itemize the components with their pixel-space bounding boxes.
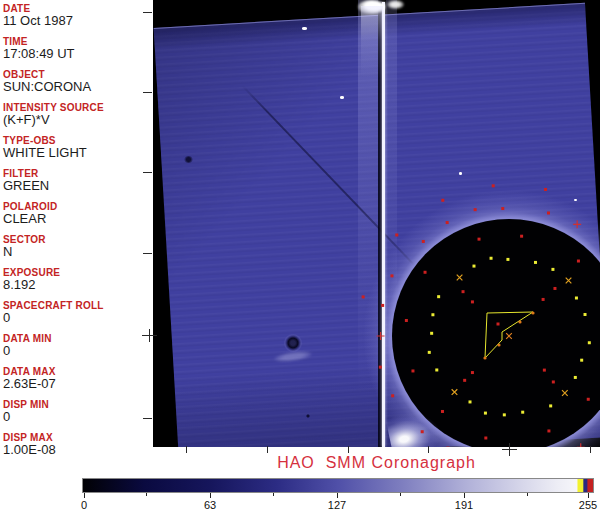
metadata-field: DATA MIN0 (3, 333, 151, 357)
edge-tick (143, 172, 152, 173)
ring-dot (390, 274, 393, 277)
colorbar-tick (588, 493, 589, 498)
edge-tick (267, 446, 268, 453)
outer-dot (441, 199, 444, 202)
ring-x-marker (454, 272, 465, 283)
field-value: 8.192 (3, 278, 151, 291)
field-label: SPACECRAFT ROLL (3, 300, 151, 311)
field-value: 0 (3, 344, 151, 357)
colorbar-tick (84, 493, 85, 498)
spoke-dot (542, 298, 545, 301)
colorbar-minor-tick (273, 493, 274, 496)
edge-plus-fiducial (149, 329, 150, 342)
ring-dot (421, 430, 424, 433)
spoke-dot (471, 300, 474, 303)
ring-dot (474, 208, 477, 211)
edge-tick (428, 446, 429, 453)
ring-x-marker (563, 275, 574, 286)
metadata-field: DISP MAX1.00E-08 (3, 432, 151, 456)
ring-dot (503, 413, 506, 416)
spoke-dot (543, 369, 546, 372)
star-speck (340, 96, 344, 99)
ring-dot (381, 304, 384, 307)
colorbar-label: 0 (81, 499, 87, 511)
spoke-dot (462, 290, 465, 293)
field-value: 1.00E-08 (3, 443, 151, 456)
field-value: SUN:CORONA (3, 80, 151, 93)
field-value: 0 (3, 311, 151, 324)
ring-dot (574, 376, 577, 379)
edge-tick (590, 446, 591, 453)
image-title: HAO SMM Coronagraph (153, 454, 600, 472)
coronagraph-image[interactable] (153, 0, 600, 447)
field-value: 11 Oct 1987 (3, 14, 151, 27)
dark-spot (184, 156, 193, 163)
spoke-dot (552, 380, 555, 383)
edge-tick (186, 446, 187, 453)
outer-dot (544, 188, 547, 191)
ring-dot (422, 240, 425, 243)
field-label: SECTOR (3, 234, 151, 245)
field-label: DISP MIN (3, 399, 151, 410)
ring-dot (501, 207, 504, 210)
edge-tick (143, 253, 152, 254)
edge-tick (143, 418, 152, 419)
outer-dot (492, 184, 495, 187)
ring-plus-marker (377, 332, 385, 340)
ring-dot (391, 394, 394, 397)
ring-dot (587, 398, 590, 401)
ring-dot (431, 313, 434, 316)
colorbar-tick (210, 493, 211, 498)
metadata-field: DATE11 Oct 1987 (3, 3, 151, 27)
outer-dot (362, 295, 365, 298)
metadata-field: OBJECTSUN:CORONA (3, 69, 151, 93)
colorbar-minor-tick (400, 493, 401, 496)
ring-x-marker (449, 386, 460, 397)
star-speck (574, 199, 577, 201)
contour-vertex-dot (531, 311, 534, 314)
metadata-field: EXPOSURE8.192 (3, 267, 151, 291)
ring-dot (478, 238, 481, 241)
ring-dot (584, 313, 587, 316)
field-value: CLEAR (3, 212, 151, 225)
ring-x-marker (559, 387, 570, 398)
ring-dot (437, 295, 440, 298)
ring-plus-marker (573, 220, 581, 228)
ring-dot (484, 437, 487, 440)
overlay-markers (153, 0, 600, 447)
outer-dot (395, 233, 398, 236)
ring-dot (547, 429, 550, 432)
field-label: DATA MIN (3, 333, 151, 344)
colorbar-tick (464, 493, 465, 498)
colorbar-label: 127 (328, 499, 346, 511)
star-speck (459, 172, 462, 175)
ring-dot (472, 265, 475, 268)
ring-dot (575, 297, 578, 300)
ring-dot (446, 221, 449, 224)
ring-dot (549, 404, 552, 407)
ring-dot (580, 359, 583, 362)
star-speck (302, 27, 307, 30)
metadata-field: POLAROIDCLEAR (3, 201, 151, 225)
field-value: WHITE LIGHT (3, 146, 151, 159)
intensity-colorbar (82, 478, 594, 493)
edge-tick (143, 92, 152, 93)
ring-dot (379, 366, 382, 369)
spoke-dot (471, 371, 474, 374)
ring-dot (405, 319, 408, 322)
metadata-field: SPACECRAFT ROLL0 (3, 300, 151, 324)
edge-tick (348, 446, 349, 453)
ring-dot (577, 260, 580, 263)
contour-vertex-dot (483, 356, 486, 359)
metadata-field: TIME17:08:49 UT (3, 36, 151, 60)
ring-dot (411, 369, 414, 372)
ring-dot (547, 211, 550, 214)
metadata-field: SECTORN (3, 234, 151, 258)
colorbar-minor-tick (146, 493, 147, 496)
sidebar: DATE11 Oct 1987TIME17:08:49 UTOBJECTSUN:… (0, 0, 153, 512)
ring-dot (521, 411, 524, 414)
metadata-field: TYPE-OBSWHITE LIGHT (3, 135, 151, 159)
colorbar-label: 191 (455, 499, 473, 511)
colorbar-tick (337, 493, 338, 498)
dark-spot (306, 414, 310, 418)
